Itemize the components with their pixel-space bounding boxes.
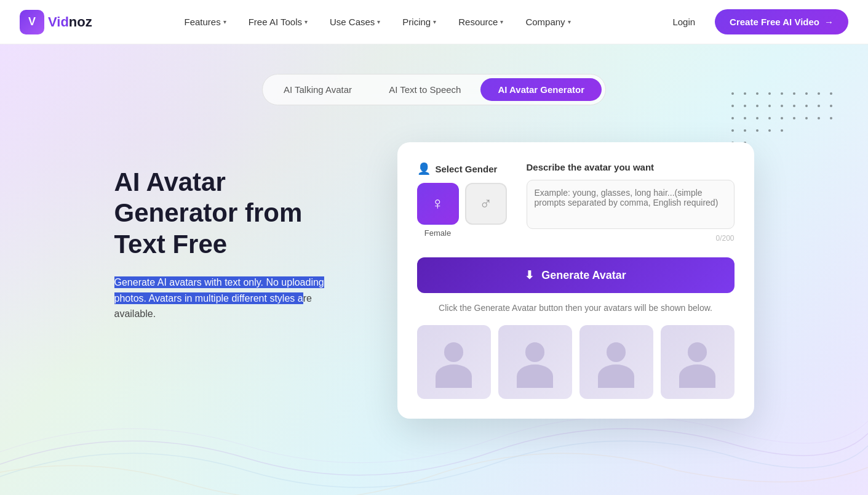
hero-description-highlight: Generate AI avatars with text only. No u…: [114, 276, 324, 304]
svg-point-12: [768, 105, 771, 107]
navbar: V Vidnoz Features ▾ Free AI Tools ▾ Use …: [0, 0, 868, 44]
nav-link-pricing[interactable]: Pricing ▾: [394, 12, 445, 32]
gender-options: ♀ Female ♂: [417, 183, 507, 238]
card-top-row: 👤 Select Gender ♀ Female: [417, 162, 735, 243]
nav-link-free-ai-tools[interactable]: Free AI Tools ▾: [240, 12, 316, 32]
female-gender-label: Female: [424, 228, 451, 238]
avatar-grid: [417, 325, 735, 399]
male-symbol: ♂: [479, 195, 492, 212]
hero-section: // Will be rendered via SVG circles inli…: [0, 44, 868, 495]
download-icon: ⬇: [525, 268, 534, 282]
svg-point-8: [830, 92, 832, 95]
tab-bar: AI Talking Avatar AI Text to Speech AI A…: [262, 74, 606, 105]
login-button[interactable]: Login: [663, 12, 705, 32]
describe-label-text: Describe the avatar you want: [527, 162, 655, 172]
chevron-down-icon: ▾: [305, 18, 308, 25]
svg-point-11: [756, 105, 759, 107]
tab-avatar-generator-label: AI Avatar Generator: [498, 84, 584, 95]
avatar-placeholder-3: [579, 325, 653, 399]
avatar-silhouette-2: [509, 336, 561, 388]
svg-point-28: [744, 129, 746, 132]
chevron-down-icon: ▾: [377, 18, 380, 25]
generate-btn-label: Generate Avatar: [541, 269, 626, 282]
describe-section-label: Describe the avatar you want: [527, 162, 735, 172]
svg-point-29: [756, 129, 759, 132]
silhouette-head: [607, 342, 626, 362]
silhouette-head: [525, 342, 545, 362]
svg-point-22: [781, 117, 783, 119]
cta-label: Create Free AI Video: [730, 17, 819, 27]
svg-point-19: [744, 117, 746, 119]
tab-text-to-speech[interactable]: AI Text to Speech: [372, 78, 478, 101]
svg-point-27: [731, 129, 734, 132]
nav-link-use-cases[interactable]: Use Cases ▾: [321, 12, 389, 32]
nav-actions: Login Create Free AI Video →: [663, 9, 848, 34]
page-title: AI Avatar Generator from Text Free: [114, 167, 348, 260]
svg-point-21: [768, 117, 771, 119]
female-symbol: ♀: [431, 195, 444, 212]
svg-point-0: [731, 92, 734, 95]
nav-link-company-label: Company: [525, 17, 565, 27]
nav-links: Features ▾ Free AI Tools ▾ Use Cases ▾ P…: [176, 12, 579, 32]
tab-text-to-speech-label: AI Text to Speech: [389, 84, 461, 95]
svg-point-17: [830, 105, 832, 107]
nav-link-features[interactable]: Features ▾: [176, 12, 235, 32]
svg-point-10: [744, 105, 746, 107]
person-icon: 👤: [417, 162, 431, 175]
svg-point-30: [768, 129, 771, 132]
generate-avatar-button[interactable]: ⬇ Generate Avatar: [417, 257, 735, 293]
nav-link-resource[interactable]: Resource ▾: [450, 12, 512, 32]
gender-label-text: Select Gender: [436, 164, 498, 174]
chevron-down-icon: ▾: [223, 18, 226, 25]
nav-link-features-label: Features: [185, 17, 221, 27]
nav-link-resource-label: Resource: [458, 17, 498, 27]
hero-description: Generate AI avatars with text only. No u…: [114, 275, 348, 322]
svg-point-14: [793, 105, 795, 107]
avatar-silhouette-1: [428, 336, 480, 388]
tab-talking-avatar[interactable]: AI Talking Avatar: [266, 78, 369, 101]
silhouette-body: [598, 364, 634, 388]
char-count: 0/200: [527, 234, 735, 243]
svg-point-9: [731, 105, 734, 107]
avatar-generator-card: 👤 Select Gender ♀ Female: [397, 142, 754, 419]
hero-content: AI Avatar Generator from Text Free Gener…: [34, 142, 834, 419]
create-free-video-button[interactable]: Create Free AI Video →: [715, 9, 848, 34]
svg-point-1: [744, 92, 746, 95]
svg-point-20: [756, 117, 759, 119]
svg-point-26: [830, 117, 832, 119]
silhouette-body: [436, 364, 472, 388]
nav-link-free-ai-tools-label: Free AI Tools: [249, 17, 302, 27]
svg-point-15: [805, 105, 808, 107]
svg-point-2: [756, 92, 759, 95]
cta-arrow-icon: →: [824, 17, 834, 27]
card-hint: Click the Generate Avatar button then yo…: [417, 303, 735, 313]
svg-point-6: [805, 92, 808, 95]
silhouette-head: [688, 342, 707, 362]
silhouette-body: [679, 364, 715, 388]
avatar-silhouette-4: [672, 336, 723, 388]
avatar-placeholder-2: [498, 325, 572, 399]
svg-point-13: [781, 105, 783, 107]
svg-point-18: [731, 117, 734, 119]
logo-icon: V: [20, 10, 44, 34]
svg-point-7: [818, 92, 820, 95]
svg-point-25: [818, 117, 820, 119]
nav-link-company[interactable]: Company ▾: [517, 12, 579, 32]
gender-section-label: 👤 Select Gender: [417, 162, 507, 175]
tab-avatar-generator[interactable]: AI Avatar Generator: [480, 78, 602, 101]
gender-female-button[interactable]: ♀: [417, 183, 459, 225]
silhouette-body: [517, 364, 553, 388]
logo-text: Vidnoz: [48, 14, 92, 30]
gender-male-button[interactable]: ♂: [465, 183, 507, 225]
avatar-placeholder-1: [417, 325, 491, 399]
tab-talking-avatar-label: AI Talking Avatar: [284, 84, 352, 95]
describe-textarea[interactable]: [527, 180, 735, 229]
svg-point-23: [793, 117, 795, 119]
svg-point-31: [781, 129, 783, 132]
nav-link-use-cases-label: Use Cases: [330, 17, 375, 27]
logo[interactable]: V Vidnoz: [20, 10, 92, 34]
nav-link-pricing-label: Pricing: [402, 17, 431, 27]
hero-text-block: AI Avatar Generator from Text Free Gener…: [114, 142, 348, 322]
describe-section: Describe the avatar you want 0/200: [527, 162, 735, 243]
silhouette-head: [444, 342, 464, 362]
